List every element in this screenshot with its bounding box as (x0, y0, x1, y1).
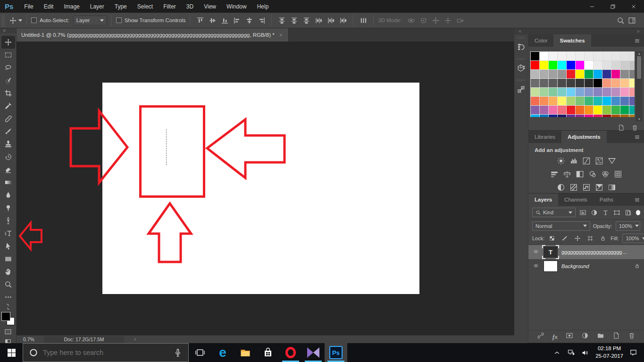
color-swatch[interactable] (620, 79, 629, 87)
info-panel-button[interactable] (515, 83, 527, 95)
color-swatch[interactable] (611, 79, 620, 87)
dock-collapse-bar[interactable] (514, 28, 644, 34)
color-swatch[interactable] (558, 61, 566, 69)
lasso-tool[interactable] (1, 61, 15, 74)
color-swatch[interactable] (585, 88, 593, 96)
scroll-down-icon[interactable]: ▼ (637, 118, 641, 121)
menu-help[interactable]: Help (252, 0, 274, 13)
start-button[interactable] (0, 343, 23, 362)
color-swatch[interactable] (594, 88, 602, 96)
mic-icon[interactable] (173, 348, 183, 357)
color-swatch[interactable] (629, 70, 635, 78)
taskbar-app-store[interactable] (257, 343, 279, 362)
distribute-horizontal-centers-button[interactable] (325, 15, 336, 26)
layers-new-item-button[interactable] (612, 332, 620, 341)
color-swatch[interactable] (611, 61, 620, 69)
eraser-tool[interactable] (1, 163, 15, 176)
close-button[interactable] (623, 0, 644, 13)
channel-mixer-button[interactable] (601, 170, 610, 180)
brush-tool[interactable] (1, 125, 15, 138)
distribute-right-edges-button[interactable] (337, 15, 349, 26)
type-filter-button[interactable] (601, 208, 611, 217)
menu-filter[interactable]: Filter (158, 0, 181, 13)
move-tool[interactable] (1, 36, 15, 49)
color-swatch[interactable] (629, 115, 635, 117)
tab-libraries[interactable]: Libraries (528, 131, 561, 143)
exposure-button[interactable] (595, 157, 603, 167)
auto-select-checkbox[interactable] (31, 17, 37, 23)
color-swatch[interactable] (549, 70, 557, 78)
color-swatch[interactable] (540, 79, 548, 87)
color-swatch[interactable] (531, 106, 539, 114)
menu-file[interactable]: File (19, 0, 38, 13)
color-swatch[interactable] (576, 52, 584, 60)
layers-layer-mask-button[interactable] (566, 332, 573, 341)
transparency-lock-button[interactable] (547, 234, 557, 243)
taskbar-app-file-explorer[interactable] (234, 343, 257, 362)
threshold-button[interactable] (582, 183, 591, 194)
tab-layers[interactable]: Layers (528, 194, 558, 206)
color-swatch[interactable] (558, 115, 566, 117)
tab-close-icon[interactable] (278, 33, 284, 38)
crop-tool[interactable] (1, 87, 15, 100)
minimize-button[interactable] (582, 0, 602, 13)
edit-toolbar[interactable] (1, 291, 15, 303)
color-swatch[interactable] (620, 61, 629, 69)
fill-dropdown[interactable]: 100% (622, 234, 644, 243)
color-swatch[interactable] (549, 88, 557, 96)
color-swatch[interactable] (594, 97, 602, 105)
color-swatch[interactable] (567, 61, 575, 69)
color-swatch[interactable] (611, 88, 620, 96)
distribute-top-edges-button[interactable] (276, 15, 287, 26)
color-swatch[interactable] (531, 115, 539, 117)
rectangle-tool[interactable] (1, 253, 15, 265)
search-button[interactable] (615, 15, 626, 26)
color-swatch[interactable] (620, 97, 629, 105)
color-swatch[interactable] (602, 61, 611, 69)
artboard-lock-button[interactable] (585, 234, 595, 243)
history-brush-tool[interactable] (1, 151, 15, 163)
color-swatch[interactable] (611, 97, 620, 105)
layers-trash-button[interactable] (628, 332, 636, 341)
color-swatch[interactable] (585, 115, 593, 117)
layer-row-background[interactable]: Background (528, 259, 644, 273)
color-swatch[interactable] (620, 106, 629, 114)
menu-image[interactable]: Image (59, 0, 84, 13)
color-swatch[interactable] (585, 106, 593, 114)
color-swatch[interactable] (531, 61, 539, 69)
pen-tool[interactable] (1, 214, 15, 227)
align-vertical-centers-button[interactable] (207, 15, 218, 26)
spot-healing-brush-tool[interactable] (1, 112, 15, 125)
color-lookup-button[interactable] (614, 170, 622, 180)
blur-tool[interactable] (1, 189, 15, 202)
color-swatch[interactable] (611, 115, 620, 117)
task-view-button[interactable] (189, 343, 211, 362)
shape-filter-button[interactable] (612, 208, 622, 217)
distribute-spacing-button[interactable] (358, 15, 369, 26)
color-swatch[interactable] (594, 70, 602, 78)
menu-view[interactable]: View (199, 0, 221, 13)
brush-lock-button[interactable] (560, 234, 569, 243)
foreground-color-swatch[interactable] (1, 312, 10, 321)
color-swatch[interactable] (549, 52, 557, 60)
menu-type[interactable]: Type (109, 0, 132, 13)
zoom-level-field[interactable]: 0.7% (23, 337, 44, 342)
pixel-filter-button[interactable] (578, 208, 588, 217)
black-white-button[interactable] (576, 170, 584, 180)
color-swatch[interactable] (576, 106, 584, 114)
color-swatch[interactable] (531, 88, 539, 96)
tab-color[interactable]: Color (528, 34, 553, 47)
color-swatch[interactable] (531, 97, 539, 105)
tool-preset-caret-icon[interactable] (18, 19, 22, 22)
color-swatch[interactable] (558, 79, 566, 87)
color-swatch[interactable] (620, 52, 629, 60)
color-swatch[interactable] (585, 52, 593, 60)
zoom-tool[interactable] (1, 278, 15, 291)
background-layer-thumbnail[interactable] (544, 261, 558, 272)
menu-window[interactable]: Window (221, 0, 252, 13)
color-swatch[interactable] (540, 115, 548, 117)
action-center-icon[interactable] (629, 349, 637, 357)
color-swatch[interactable] (594, 52, 602, 60)
adjustments-menu-icon[interactable] (634, 134, 640, 140)
opacity-dropdown[interactable]: 100% (616, 221, 640, 231)
